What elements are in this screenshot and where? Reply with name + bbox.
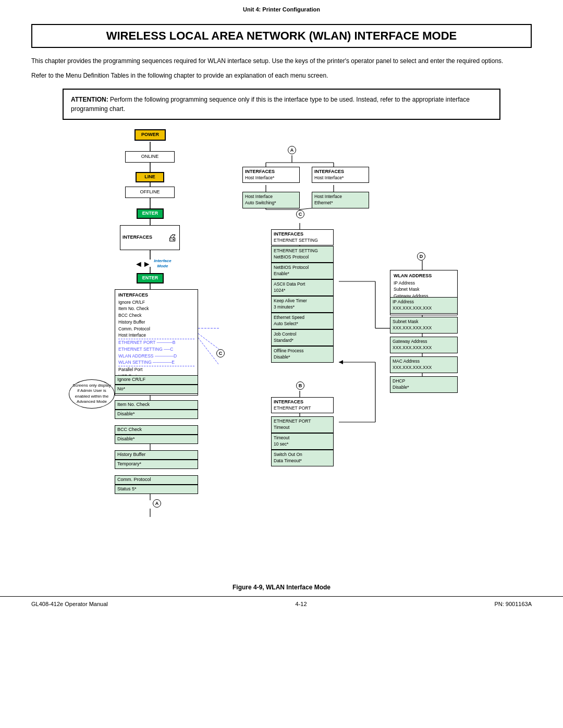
int-host2-box: INTERFACES Host Interface*	[312, 167, 369, 183]
ignore-crlf-header: Ignore CR/LF	[115, 375, 198, 385]
footer-center: 4-12	[296, 601, 307, 607]
circle-b: B	[296, 381, 304, 390]
comm-header: Comm. Protocol	[115, 475, 198, 485]
int-host1-sub-box: Host Interface Auto Switching*	[242, 192, 300, 208]
int-eth-port-box: INTERFACES ETHERNET PORT	[271, 397, 334, 413]
svg-line-9	[198, 334, 219, 349]
attention-box: ATTENTION: Perform the following program…	[63, 89, 500, 120]
page-footer: GL408-412e Operator Manual 4-12 PN: 9001…	[0, 596, 563, 611]
diagram-area: POWER ONLINE LINE OFFLINE ENTER INTERFAC…	[57, 125, 506, 578]
online-box: ONLINE	[125, 151, 175, 163]
offline-proc-box: Offline Process Disable*	[271, 346, 334, 363]
footer-left: GL408-412e Operator Manual	[31, 601, 108, 607]
circle-a-top: A	[288, 146, 296, 154]
offline-box: OFFLINE	[125, 187, 175, 198]
interfaces-icon-box: INTERFACES 🖨	[120, 225, 180, 250]
figure-caption: Figure 4-9, WLAN Interface Mode	[0, 584, 563, 591]
int-host2-sub-box: Host Interface Ethernet*	[312, 192, 369, 208]
item-no-header: Item No. Check	[115, 400, 198, 410]
enter-button[interactable]: ENTER	[137, 208, 164, 219]
ip-addr-box: IP Address XXX.XXX.XXX.XXX	[390, 297, 458, 314]
circle-a-bottom: A	[153, 499, 161, 508]
bcc-header: BCC Check	[115, 425, 198, 435]
footer-right: PN: 9001163A	[494, 601, 532, 607]
eth-speed-box: Ethernet Speed Auto Select*	[271, 313, 334, 329]
ascii-box: ASCII Data Port 1024*	[271, 279, 334, 296]
main-title: WIRELESS LOCAL AREA NETWORK (WLAN) INTER…	[31, 24, 532, 48]
eth-port-timeout-box: ETHERNET PORT Timeout	[271, 416, 334, 433]
history-header: History Buffer	[115, 450, 198, 460]
eth-setting-box: ETHERNET SETTING NetBIOS Protocol	[271, 246, 334, 263]
line-button[interactable]: LINE	[136, 172, 164, 182]
int-host1-box: INTERFACES Host Interface*	[242, 167, 300, 183]
comm-value: Status 5*	[115, 485, 198, 494]
dhcp-box: DHCP Disable*	[390, 376, 458, 393]
mac-addr-box: MAC Address XXX.XXX.XXX.XXX	[390, 356, 458, 373]
circle-c-left: C	[216, 349, 225, 357]
subnet-mask-box: Subnet Mask XXX.XXX.XXX.XXX	[390, 317, 458, 334]
svg-line-10	[198, 338, 219, 365]
history-value: Temporary*	[115, 460, 198, 469]
item-no-value: Disable*	[115, 410, 198, 419]
circle-d: D	[417, 252, 425, 261]
interface-mode-label: InterfaceMode	[147, 258, 178, 268]
page-header: Unit 4: Printer Configuration	[0, 0, 563, 15]
intro-paragraph-2: Refer to the Menu Definition Tables in t…	[31, 71, 532, 80]
intro-paragraph-1: This chapter provides the programming se…	[31, 56, 532, 66]
bcc-value: Disable*	[115, 435, 198, 444]
circle-c-top: C	[296, 210, 304, 218]
screens-note: Screens only display if Admin User is en…	[69, 379, 115, 409]
int-eth-setting-box: INTERFACES ETHERNET SETTING	[271, 229, 334, 245]
job-control-box: Job Control Standard*	[271, 329, 334, 346]
gateway-addr-box: Gateway Address XXX.XXX.XXX.XXX	[390, 337, 458, 353]
timeout-box: Timeout 10 sec*	[271, 433, 334, 450]
enter2-button[interactable]: ENTER	[137, 273, 164, 283]
netbios-box: NetBIOS Protocol Enable*	[271, 263, 334, 279]
ignore-crlf-value: No*	[115, 385, 198, 394]
keepalive-box: Keep Alive Timer 3 minutes*	[271, 296, 334, 313]
power-button[interactable]: POWER	[134, 129, 166, 141]
switch-out-box: Switch Out On Data Timeout*	[271, 450, 334, 466]
